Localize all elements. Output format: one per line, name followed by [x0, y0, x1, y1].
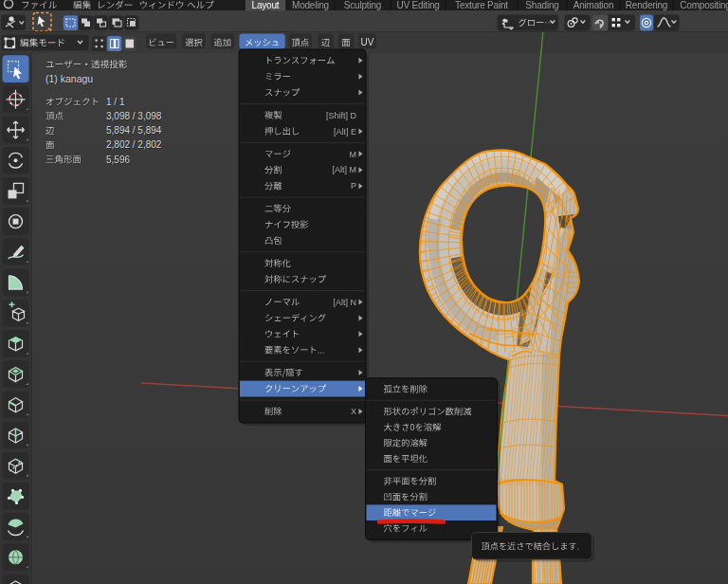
svg-text:[Alt] N: [Alt] N	[333, 298, 356, 307]
svg-text:Texture Paint: Texture Paint	[455, 0, 508, 10]
svg-text:Modeling: Modeling	[292, 0, 329, 10]
svg-text:[Alt] M: [Alt] M	[332, 165, 356, 174]
svg-text:3,098 / 3,098: 3,098 / 3,098	[106, 111, 162, 121]
svg-text:Sculpting: Sculpting	[344, 0, 381, 10]
svg-text:[Alt] E: [Alt] E	[334, 127, 356, 137]
svg-text:P: P	[351, 181, 356, 191]
svg-text:(1) kanagu: (1) kanagu	[46, 73, 93, 84]
svg-text:UV: UV	[361, 37, 374, 47]
svg-text:Rendering: Rendering	[626, 0, 667, 10]
svg-text:Shading: Shading	[525, 0, 558, 10]
svg-text:2,802 / 2,802: 2,802 / 2,802	[106, 139, 162, 150]
svg-text:Layout: Layout	[252, 0, 280, 10]
svg-text:[Shift] D: [Shift] D	[326, 111, 357, 120]
svg-text:M: M	[350, 150, 357, 159]
svg-text:1 / 1: 1 / 1	[106, 97, 125, 107]
svg-text:5,596: 5,596	[106, 155, 130, 165]
svg-text:5,894 / 5,894: 5,894 / 5,894	[106, 125, 162, 136]
svg-text:Compositing: Compositing	[680, 0, 728, 10]
svg-text:X: X	[351, 407, 356, 416]
svg-text:Animation: Animation	[573, 0, 614, 10]
svg-text:UV Editing: UV Editing	[396, 0, 439, 10]
